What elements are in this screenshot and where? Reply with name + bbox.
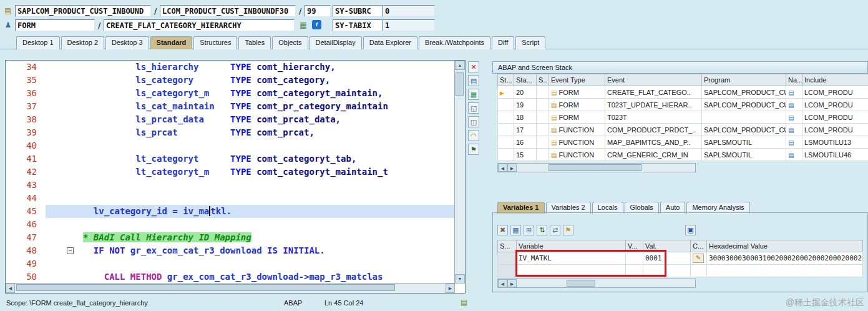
tab-desktop-1[interactable]: Desktop 1 <box>16 36 60 49</box>
code-line-49[interactable]: 49 <box>6 257 455 270</box>
scroll-left-icon[interactable]: ◀ <box>6 284 15 293</box>
variables-column-header[interactable]: S... <box>498 240 517 252</box>
scrollbar-thumb[interactable] <box>567 280 595 287</box>
services-icon[interactable]: ⚑ <box>563 225 573 235</box>
delete-all-icon[interactable]: ✖ <box>497 225 508 235</box>
variables-column-header[interactable]: Variable <box>517 240 626 252</box>
code-line-46[interactable]: 46 <box>6 218 455 231</box>
tab-data-explorer[interactable]: Data Explorer <box>363 36 417 49</box>
scrollbar-track[interactable] <box>517 279 695 287</box>
scroll-down-icon[interactable]: ▼ <box>455 274 465 284</box>
code-line-37[interactable]: 37 ls_cat_maintain TYPE comt_pr_category… <box>6 100 455 113</box>
stack-row[interactable]: 18▤FORMT023T▤LCOM_PRODU <box>498 111 868 124</box>
variable-cell-value[interactable]: 0001 <box>643 252 691 265</box>
stack-row[interactable]: 19▤FORMT023T_UPDATE_HIERAR..SAPLCOM_PROD… <box>498 99 868 111</box>
stack-row[interactable]: 17▤FUNCTIONCOM_PRODUCT_PRDCT_..SAPLCOM_P… <box>498 124 868 136</box>
new-window-icon[interactable]: ▤ <box>468 75 479 86</box>
include-nav-icon[interactable]: ▤ <box>788 89 794 96</box>
include-nav-icon[interactable]: ▤ <box>788 127 794 134</box>
change-field-icon[interactable]: ▦ <box>510 225 521 235</box>
stack-column-header[interactable]: S.. <box>537 74 549 86</box>
event-type-field[interactable] <box>15 19 95 31</box>
code-line-50[interactable]: 50 CALL METHOD gr_ex_com_cat_r3_download… <box>6 270 455 284</box>
code-line-47[interactable]: 47* BAdI Call Hierarchy ID Mapping <box>6 231 455 244</box>
tab-diff[interactable]: Diff <box>492 36 514 49</box>
stack-column-header[interactable]: Event <box>605 74 702 86</box>
editor-horizontal-scrollbar[interactable]: ◀ ▶ <box>6 283 455 293</box>
tab-desktop-3[interactable]: Desktop 3 <box>105 36 149 49</box>
code-line-36[interactable]: 36 ls_categoryt_m TYPE comt_categoryt_ma… <box>6 87 455 100</box>
variables-column-header[interactable]: Hexadecimal Value <box>707 240 863 252</box>
code-line-41[interactable]: 41 lt_categoryt TYPE comt_categoryt_tab, <box>6 152 455 165</box>
code-line-44[interactable]: 44 <box>6 192 455 205</box>
tab-detaildisplay[interactable]: DetailDisplay <box>310 36 362 49</box>
code-line-39[interactable]: 39 ls_prcat TYPE comt_prcat, <box>6 126 455 139</box>
maximize-icon[interactable]: ◱ <box>468 102 479 114</box>
code-line-43[interactable]: 43 <box>6 179 455 192</box>
variable-row[interactable] <box>498 265 863 277</box>
scrollbar-track[interactable] <box>517 164 695 172</box>
variable-cell-name[interactable]: IV_MATKL <box>517 252 626 265</box>
tab-objects[interactable]: Objects <box>272 36 308 49</box>
edit-pencil-icon[interactable]: ✎ <box>693 254 704 263</box>
variable-cell-value[interactable] <box>643 265 691 277</box>
variable-cell-select[interactable] <box>498 265 517 277</box>
stack-column-header[interactable]: Na... <box>786 74 802 86</box>
editor-vertical-scrollbar[interactable]: ▲ ▼ <box>454 61 465 284</box>
compare-icon[interactable]: ⇄ <box>550 225 560 235</box>
code-line-35[interactable]: 35 ls_category TYPE comt_category, <box>6 74 455 87</box>
scroll-right-icon[interactable]: ▶ <box>507 279 517 287</box>
stack-column-header[interactable]: St... <box>498 74 514 86</box>
scrollbar-track[interactable] <box>15 284 446 293</box>
code-line-45[interactable]: 45 lv_category_id = iv_matkl. <box>6 205 455 218</box>
stack-column-header[interactable]: Include <box>802 74 868 86</box>
stack-row[interactable]: ▶20▤FORMCREATE_FLAT_CATEGO..SAPLCOM_PROD… <box>498 86 868 99</box>
scroll-left-icon[interactable]: ◀ <box>498 164 507 172</box>
layers-icon[interactable]: ▦ <box>468 89 479 100</box>
code-editor[interactable]: 34 ls_hierarchy TYPE comt_hierarchy,35 l… <box>5 60 466 294</box>
tab-structures[interactable]: Structures <box>193 36 237 49</box>
tab-tables[interactable]: Tables <box>238 36 271 49</box>
scroll-right-icon[interactable]: ▶ <box>446 284 455 293</box>
variable-cell-name[interactable] <box>517 265 626 277</box>
insert-field-icon[interactable]: ⊞ <box>524 225 534 235</box>
stack-row[interactable]: 16▤FUNCTIONMAP_BAPIMTCS_AND_P..SAPLSMOUT… <box>498 136 868 149</box>
variables-column-header[interactable]: V... <box>626 240 643 252</box>
split-screen-icon[interactable]: ◫ <box>468 116 479 127</box>
include-nav-icon[interactable]: ▤ <box>788 102 794 109</box>
include-nav-icon[interactable]: ▤ <box>788 139 794 146</box>
fold-marker-icon[interactable]: − <box>67 247 74 254</box>
stack-column-header[interactable]: Program <box>702 74 786 86</box>
stack-horizontal-scrollbar[interactable]: ◀ ▶ <box>497 163 696 172</box>
flag-icon[interactable]: ⚑ <box>468 144 479 155</box>
sysvar-name-field-2[interactable] <box>333 19 383 31</box>
stack-column-header[interactable]: Event Type <box>549 74 605 86</box>
variables-column-header[interactable]: C... <box>691 240 707 252</box>
scrollbar-thumb[interactable] <box>549 164 641 171</box>
scroll-right-icon[interactable]: ▶ <box>507 164 517 172</box>
close-icon[interactable]: ✕ <box>468 61 479 72</box>
include-field[interactable] <box>160 5 296 17</box>
program-field[interactable] <box>15 5 151 17</box>
include-nav-icon[interactable]: ▤ <box>788 152 794 159</box>
code-line-48[interactable]: 48− IF NOT gr_ex_com_cat_r3_download IS … <box>6 244 455 257</box>
include-nav-icon[interactable]: ▤ <box>788 114 794 121</box>
tab-break-watchpoints[interactable]: Break./Watchpoints <box>419 36 490 49</box>
scrollbar-thumb[interactable] <box>456 72 464 96</box>
sysvar-name-field-1[interactable] <box>333 5 383 17</box>
code-line-38[interactable]: 38 ls_prcat_data TYPE comt_prcat_data, <box>6 113 455 126</box>
scrollbar-thumb[interactable] <box>16 284 395 291</box>
sort-icon[interactable]: ⇅ <box>537 225 547 235</box>
variables-horizontal-scrollbar[interactable]: ◀ ▶ <box>497 279 696 288</box>
variables-column-header[interactable]: Val. <box>643 240 691 252</box>
code-line-42[interactable]: 42 lt_categoryt_m TYPE comt_categoryt_ma… <box>6 165 455 179</box>
tab-standard[interactable]: Standard <box>150 36 193 49</box>
code-line-40[interactable]: 40 <box>6 139 455 152</box>
unlock-icon[interactable]: ◠ <box>468 130 479 141</box>
line-field[interactable] <box>305 5 331 17</box>
stack-row[interactable]: 15▤FUNCTIONCRM_GENERIC_CRM_INSAPLSMOUTIL… <box>498 149 868 161</box>
event-field[interactable] <box>104 19 295 31</box>
structure-display-icon[interactable]: ▦ <box>298 20 308 30</box>
tab-script[interactable]: Script <box>515 36 545 49</box>
save-icon[interactable]: ▣ <box>685 225 696 235</box>
